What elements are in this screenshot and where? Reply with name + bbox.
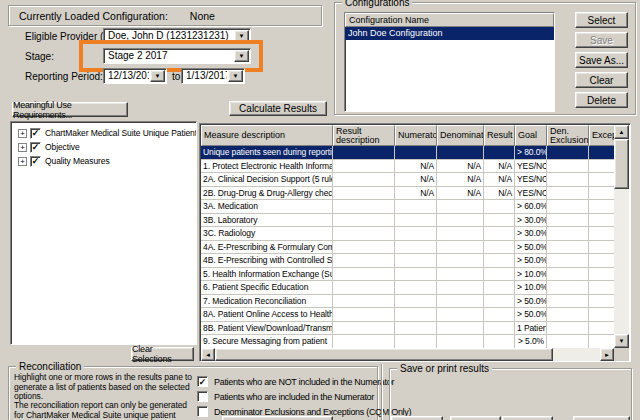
unchecked-checkbox-icon[interactable] [197, 406, 208, 417]
column-header[interactable]: Numerator [395, 125, 437, 146]
cell-goal: > 10.0% [515, 281, 547, 294]
scrollbar-thumb[interactable] [614, 139, 629, 189]
table-row[interactable]: 8B. Patient View/Download/Transmit t...1… [201, 322, 614, 336]
cell-goal: 1 Patient [515, 322, 547, 335]
eligible-provider-select[interactable]: Doe, John D (1231231231) ▼ [103, 28, 251, 44]
cell-exceptions [589, 160, 614, 173]
cell-den_excl [547, 160, 589, 173]
table-row[interactable]: 3A. Medication> 60.0% [201, 200, 614, 214]
calculate-results-button[interactable]: Calculate Results [229, 101, 327, 116]
table-row[interactable]: 2A. Clinical Decision Support (5 rules)N… [201, 173, 614, 187]
configuration-name-column-header[interactable]: Configuration Name [345, 13, 554, 27]
cell-den_excl [547, 227, 589, 240]
partial-button[interactable] [502, 416, 553, 420]
save-as-button[interactable]: Save As... [575, 52, 628, 68]
table-row[interactable]: 3B. Laboratory> 30.0% [201, 214, 614, 228]
period-from-select[interactable]: 12/13/2016 ▼ [103, 68, 167, 84]
loaded-configuration-label: Currently Loaded Configuration: [19, 10, 168, 22]
partial-button[interactable] [222, 416, 333, 420]
expand-plus-icon[interactable]: + [18, 129, 27, 138]
table-row[interactable]: 5. Health Information Exchange (Sum...> … [201, 268, 614, 282]
table-row[interactable]: 6. Patient Specific Education> 10.0% [201, 281, 614, 295]
table-row[interactable]: 8A. Patient Online Access to Health In..… [201, 308, 614, 322]
cell-measure: 1. Protect Electronic Health Information [201, 160, 333, 173]
scrollbar-thumb[interactable] [215, 348, 553, 361]
cell-denominator [437, 241, 484, 254]
cell-goal: > 60.0% [515, 200, 547, 213]
configurations-buttons: SelectSaveSave As...ClearDelete [575, 12, 628, 108]
table-row[interactable]: 4A. E-Prescribing & Formulary Compari...… [201, 241, 614, 255]
tree-item[interactable]: +✓ChartMaker Medical Suite Unique Patien… [11, 126, 196, 140]
cell-result [484, 281, 515, 294]
tree-item[interactable]: +✓Quality Measures [11, 154, 196, 168]
cell-goal: YES/NO [515, 173, 547, 186]
checked-checkbox-icon[interactable]: ✓ [197, 376, 208, 387]
horizontal-scrollbar[interactable]: ◄ ► [201, 348, 614, 361]
cell-goal: > 5.0% [515, 335, 547, 348]
table-row[interactable]: 1. Protect Electronic Health Information… [201, 160, 614, 174]
chevron-down-icon[interactable]: ▼ [150, 70, 165, 82]
clear-button[interactable]: Clear [575, 72, 628, 88]
checked-checkbox-icon[interactable]: ✓ [30, 128, 41, 139]
cell-exceptions [589, 268, 614, 281]
cell-denominator: N/A [437, 160, 484, 173]
column-header[interactable]: Den. Exclusions [547, 125, 589, 146]
checked-checkbox-icon[interactable]: ✓ [30, 156, 41, 167]
cell-result_desc [333, 322, 395, 335]
column-header[interactable]: Goal [515, 125, 547, 146]
partial-button[interactable] [450, 416, 501, 420]
table-row[interactable]: 4B. E-Prescribing with Controlled Subst.… [201, 254, 614, 268]
cell-measure: 4A. E-Prescribing & Formulary Compari... [201, 241, 333, 254]
table-row[interactable]: 9. Secure Messaging from patient> 5.0% [201, 335, 614, 348]
table-row[interactable]: 2B. Drug-Drug & Drug-Allergy checks f...… [201, 187, 614, 201]
column-header[interactable]: Denominator [437, 125, 484, 146]
stage-select[interactable]: Stage 2 2017 ▼ [103, 48, 251, 64]
table-row[interactable]: Unique patients seen during reporting ..… [201, 146, 614, 160]
cell-exceptions [589, 254, 614, 267]
results-table: Measure descriptionResult descriptionNum… [199, 123, 631, 362]
cell-exceptions [589, 241, 614, 254]
column-header[interactable]: Result description [333, 125, 395, 146]
meaningful-use-requirements-button[interactable]: Meaningful Use Requirements... [12, 102, 128, 117]
column-header[interactable]: Measure description [201, 125, 333, 146]
cell-denominator [437, 268, 484, 281]
select-button[interactable]: Select [575, 12, 628, 28]
clear-selections-button[interactable]: Clear Selections [131, 347, 194, 361]
expand-plus-icon[interactable]: + [18, 157, 27, 166]
expand-plus-icon[interactable]: + [18, 143, 27, 152]
vertical-scrollbar[interactable]: ▲ ▼ [614, 125, 629, 348]
table-row[interactable]: 7. Medication Reconciliation> 50.0% [201, 295, 614, 309]
partial-button[interactable] [391, 416, 443, 420]
checked-checkbox-icon[interactable]: ✓ [30, 142, 41, 153]
column-header[interactable]: Result [484, 125, 515, 146]
chevron-down-icon[interactable]: ▼ [234, 50, 249, 62]
cell-numerator: N/A [395, 187, 437, 200]
configurations-list[interactable]: Configuration Name John Doe Configuratio… [344, 12, 555, 112]
cell-measure: 4B. E-Prescribing with Controlled Subst.… [201, 254, 333, 267]
configuration-list-item[interactable]: John Doe Configuration [345, 27, 554, 40]
table-row[interactable]: 3C. Radiology> 30.0% [201, 227, 614, 241]
cell-numerator [395, 241, 437, 254]
chevron-down-icon[interactable]: ▼ [228, 70, 243, 82]
scrollbar-track[interactable] [553, 348, 600, 361]
reconciliation-text-2: The reconciliation report can only be ge… [14, 401, 196, 420]
tree-item[interactable]: +✓Objective [11, 140, 196, 154]
period-to-select[interactable]: 1/13/2017 ▼ [181, 68, 245, 84]
cell-result: N/A [484, 187, 515, 200]
unchecked-checkbox-icon[interactable] [197, 391, 208, 402]
delete-button[interactable]: Delete [575, 92, 628, 108]
cell-exceptions [589, 187, 614, 200]
reconciliation-option[interactable]: Patients who are included in the Numerat… [197, 390, 374, 403]
chevron-down-icon[interactable]: ▼ [234, 30, 249, 42]
scroll-down-icon[interactable]: ▼ [614, 334, 629, 348]
scroll-left-icon[interactable]: ◄ [201, 348, 215, 361]
scroll-right-icon[interactable]: ► [600, 348, 614, 361]
cell-denominator: N/A [437, 173, 484, 186]
eligible-provider-value: Doe, John D (1231231231) [106, 30, 233, 42]
scrollbar-track[interactable] [614, 189, 629, 334]
partial-button[interactable] [573, 416, 630, 420]
scroll-up-icon[interactable]: ▲ [614, 125, 629, 139]
column-header[interactable]: Exceptions [589, 125, 614, 146]
cell-result [484, 295, 515, 308]
reconciliation-option[interactable]: ✓Patients who are NOT included in the Nu… [197, 375, 394, 388]
